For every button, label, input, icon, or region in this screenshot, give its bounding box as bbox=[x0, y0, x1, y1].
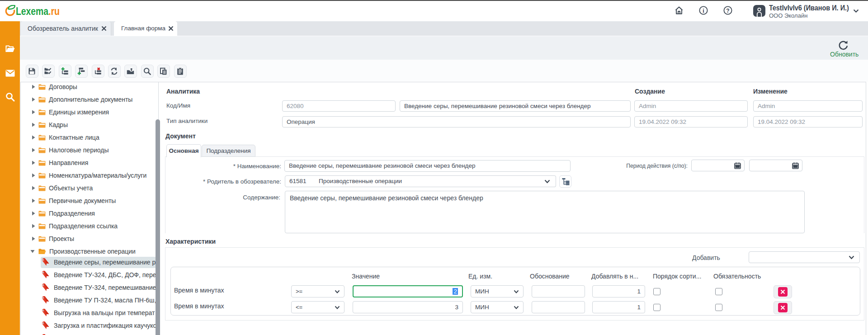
svg-text:Lexema: Lexema bbox=[16, 5, 48, 17]
svg-text:i: i bbox=[703, 8, 704, 14]
svg-text:?: ? bbox=[726, 8, 729, 14]
svg-text:.ru: .ru bbox=[48, 5, 60, 17]
